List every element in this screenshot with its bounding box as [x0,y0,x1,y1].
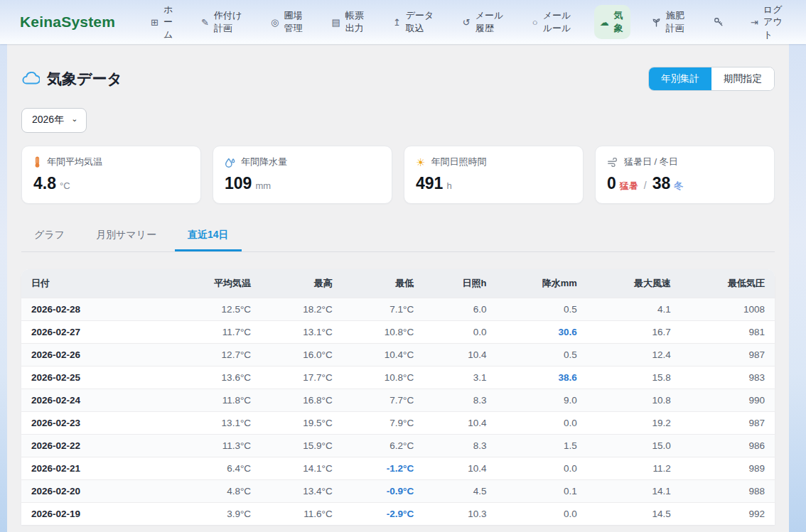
nav-item-mail-rules[interactable]: ○ メールルール [527,5,579,38]
nav-item-fertilizer-plan[interactable]: 施肥計画 [646,5,692,38]
nav-item-label: ログアウト [763,4,785,41]
stat-unit: °C [60,180,70,191]
nav-item-label: 帳票出力 [345,9,366,34]
field-management-icon: ◎ [271,18,279,27]
cell-max-temp: 18.2°C [261,298,343,321]
cell-rain: 30.6 [497,321,587,344]
cell-max-temp: 11.6°C [261,503,343,526]
column-header-3: 最低 [343,269,424,298]
nav-item-home[interactable]: ⊞ ホーム [145,0,180,45]
tab-graph[interactable]: グラフ [21,222,77,251]
cell-date: 2026-02-21 [21,457,167,480]
cell-min-temp: 10.8°C [343,321,424,344]
brand-logo[interactable]: KeinaSystem [20,13,115,31]
nav-item-data-import[interactable]: ↥ データ取込 [387,5,441,38]
mail-history-icon: ↺ [463,18,471,27]
fertilizer-plan-icon [652,18,661,27]
period-select-button[interactable]: 期間指定 [711,67,774,90]
wind-icon [607,158,618,167]
tabs-row: グラフ 月別サマリー 直近14日 [21,222,775,252]
stat-unit: mm [255,180,271,191]
cell-min-pressure: 988 [681,480,775,503]
nav-item-label: データ取込 [406,9,436,34]
nav-item-label: 施肥計画 [666,9,687,34]
cell-date: 2026-02-20 [21,480,167,503]
cell-sunshine: 10.4 [424,412,496,435]
view-toggle: 年別集計 期間指定 [648,67,775,91]
cell-date: 2026-02-28 [21,298,167,321]
nav-item-logout[interactable]: ⇥ ログアウト [745,0,790,45]
cell-min-pressure: 987 [681,344,775,367]
cell-min-pressure: 986 [681,435,775,457]
cell-min-pressure: 987 [681,412,775,435]
cell-avg-temp: 6.4°C [167,457,261,480]
tab-last-14-days[interactable]: 直近14日 [175,222,242,251]
yearly-summary-button[interactable]: 年別集計 [649,67,711,90]
stat-label: 年間平均気温 [47,156,102,168]
cell-min-temp: -0.9°C [343,480,424,503]
cell-max-wind: 4.1 [587,298,681,321]
password-key-icon [714,17,724,27]
cold-days-value: 38 [652,174,671,193]
cell-max-wind: 15.8 [587,367,681,389]
stat-card-avg-temp: 年間平均気温 4.8 °C [21,146,201,204]
column-header-6: 最大風速 [587,269,681,298]
stat-unit: h [446,180,451,191]
table-row: 2026-02-26 12.7°C 16.0°C 10.4°C 10.4 0.5… [21,344,775,367]
cell-max-wind: 14.5 [587,503,681,526]
mail-rules-icon: ○ [532,18,538,27]
cell-max-temp: 17.7°C [261,367,343,389]
cell-sunshine: 4.5 [424,480,496,503]
nav-item-weather[interactable]: ☁ 気象 [594,5,630,38]
nav-item-report-output[interactable]: ▤ 帳票出力 [326,5,372,38]
cell-date: 2026-02-27 [21,321,167,344]
table-row: 2026-02-25 13.6°C 17.7°C 10.8°C 3.1 38.6… [21,367,775,389]
table-row: 2026-02-19 3.9°C 11.6°C -2.9°C 10.3 0.0 … [21,503,775,526]
nav-item-planting-plan[interactable]: ✎ 作付け計画 [195,5,249,38]
stat-card-extreme-days: 猛暑日 / 冬日 0 猛暑 / 38 冬 [595,146,775,204]
stat-card-sunshine: ☀ 年間日照時間 491 h [404,146,584,204]
stat-value: 109 [225,174,252,193]
table-row: 2026-02-24 11.8°C 16.8°C 7.7°C 8.3 9.0 1… [21,389,775,412]
cell-min-temp: 7.1°C [343,298,424,321]
cell-avg-temp: 11.3°C [167,435,261,457]
cell-min-pressure: 989 [681,457,775,480]
column-header-7: 最低気圧 [681,269,775,298]
cell-min-pressure: 981 [681,321,775,344]
cell-date: 2026-02-26 [21,344,167,367]
nav-item-label: 気象 [614,9,625,34]
year-select[interactable]: 2026年 ⌄ [21,108,87,133]
home-icon: ⊞ [151,18,158,27]
chevron-down-icon: ⌄ [71,114,77,124]
cell-sunshine: 10.4 [424,457,496,480]
cell-min-temp: 10.4°C [343,344,424,367]
cell-min-temp: 7.7°C [343,389,424,412]
cell-max-wind: 12.4 [587,344,681,367]
nav-item-mail-history[interactable]: ↺ メール履歴 [457,5,511,38]
sun-icon: ☀ [416,157,425,168]
cell-min-pressure: 983 [681,367,775,389]
cell-min-temp: 6.2°C [343,435,424,457]
cold-days-label: 冬 [674,180,683,192]
cell-avg-temp: 12.5°C [167,298,261,321]
weather-icon: ☁ [600,18,609,27]
nav-item-password-key[interactable] [708,13,729,31]
cell-min-temp: 10.8°C [343,367,424,389]
cell-rain: 0.5 [497,298,587,321]
tab-monthly-summary[interactable]: 月別サマリー [83,222,169,251]
column-header-0: 日付 [21,269,167,298]
cell-max-wind: 11.2 [587,457,681,480]
main-content: 気象データ 年別集計 期間指定 2026年 ⌄ 年間平均気温 [7,44,789,532]
stat-value: 491 [416,174,443,193]
column-header-4: 日照h [424,269,496,298]
stat-card-rainfall: 年間降水量 109 mm [213,146,392,204]
nav-item-field-management[interactable]: ◎ 圃場管理 [265,5,310,38]
nav-item-label: ホーム [163,4,174,41]
cell-max-temp: 16.0°C [261,344,343,367]
cell-min-temp: 7.9°C [343,412,424,435]
cell-rain: 0.5 [497,344,587,367]
cell-rain: 1.5 [497,435,587,457]
table-row: 2026-02-20 4.8°C 13.4°C -0.9°C 4.5 0.1 1… [21,480,775,503]
hot-days-label: 猛暑 [620,180,638,192]
cell-max-temp: 15.9°C [261,435,343,457]
